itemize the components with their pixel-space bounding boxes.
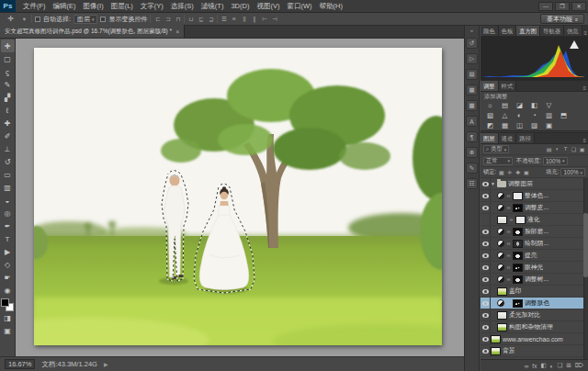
filter-icon-3[interactable]: ❏ (571, 146, 577, 152)
blend-mode-dropdown[interactable]: 正常 ▾ (483, 157, 513, 165)
layer-visibility-toggle[interactable] (481, 202, 491, 213)
link-layers-icon[interactable]: ∞ (525, 363, 529, 369)
gradient-tool[interactable]: ▥ (1, 181, 15, 194)
history-brush-tool[interactable]: ↺ (1, 155, 15, 168)
layer-visibility-toggle[interactable] (481, 345, 491, 356)
opacity-dropdown[interactable]: 100% ▾ (543, 157, 568, 165)
align-left-edges-icon[interactable]: ⊏ (153, 16, 162, 23)
layer-row[interactable]: ∞提亮 (481, 250, 588, 262)
new-group-icon[interactable]: ❏ (558, 362, 563, 369)
layer-thumbnail[interactable] (497, 287, 507, 296)
menu-item-6[interactable]: 滤镜(T) (198, 0, 228, 12)
filter-icon-0[interactable]: ▤ (546, 146, 552, 152)
marquee-tool[interactable]: ▢ (1, 52, 15, 65)
filter-icon-4[interactable]: ▣ (579, 146, 585, 152)
notes-panel-icon[interactable]: ✎ (466, 163, 478, 174)
color-lookup-adjustment-icon[interactable]: ⬒ (559, 111, 569, 119)
layer-row[interactable]: 背景 (481, 345, 588, 357)
curves-adjustment-icon[interactable]: ◪ (514, 101, 525, 109)
filter-icon-1[interactable]: ◐ (554, 146, 560, 152)
collapse-panels-icon[interactable]: « (470, 28, 473, 33)
close-button[interactable]: ✕ (571, 2, 586, 11)
layer-row[interactable]: ∞整体色... (481, 190, 588, 202)
crop-tool[interactable]: ▞ (1, 91, 15, 104)
layer-row[interactable]: ∞脸部磨... (481, 226, 588, 238)
menu-item-10[interactable]: 帮助(H) (316, 0, 346, 12)
align-centers-icon[interactable]: ⊒ (207, 16, 215, 23)
layer-thumbnail[interactable] (491, 335, 501, 343)
layer-row[interactable]: www.anwenchao.com (481, 333, 588, 345)
menu-item-2[interactable]: 图像(I) (80, 0, 107, 12)
exposure-adjustment-icon[interactable]: ◧ (529, 101, 539, 109)
gradient-map-adjustment-icon[interactable]: ▨ (529, 121, 539, 129)
layer-row[interactable]: ∞调整皮... (481, 202, 588, 214)
hue-saturation-adjustment-icon[interactable]: ▧ (485, 111, 495, 119)
panel-menu-icon[interactable]: ≡ (581, 138, 588, 143)
layers-scrollbar[interactable] (583, 178, 588, 359)
distribute-icon[interactable]: ⊣ (270, 16, 278, 23)
quick-selection-tool[interactable]: ✎ (1, 78, 15, 91)
eraser-tool[interactable]: ▭ (1, 168, 15, 181)
vibrance-adjustment-icon[interactable]: ▽ (544, 101, 554, 109)
tab-颜色[interactable]: 颜色 (481, 26, 499, 36)
layer-mask-thumbnail[interactable] (513, 240, 523, 248)
properties-panel-icon[interactable]: ▤ (466, 69, 478, 80)
threshold-adjustment-icon[interactable]: ◫ (514, 121, 525, 129)
menu-item-1[interactable]: 编辑(E) (50, 0, 80, 12)
tab-路径[interactable]: 路径 (516, 133, 535, 143)
menu-item-0[interactable]: 文件(F) (19, 0, 50, 12)
layer-row[interactable]: ∞液化 (481, 214, 588, 226)
healing-brush-tool[interactable]: ✚ (1, 117, 15, 129)
tab-直方图[interactable]: 直方图 (516, 26, 540, 36)
hand-tool[interactable]: ☛ (1, 271, 15, 284)
layer-mask-thumbnail[interactable] (513, 192, 523, 200)
layer-thumbnail[interactable] (497, 216, 507, 224)
lock-icon-3[interactable]: ▣ (523, 169, 529, 175)
delete-layer-icon[interactable]: ⌦ (575, 362, 583, 369)
layer-visibility-toggle[interactable] (481, 321, 491, 332)
layer-visibility-toggle[interactable] (481, 309, 491, 320)
layer-row[interactable]: ∞调整树... (481, 274, 588, 286)
lock-icon-2[interactable]: ✚ (514, 169, 521, 175)
clone-source-panel-icon[interactable]: ⊕ (466, 147, 478, 158)
document-tab[interactable]: 安文超写真修图培训作品.psd @ 16.7%(调整肤色, 图层蒙版/8) * … (0, 25, 185, 38)
brush-tool[interactable]: ✐ (1, 129, 15, 142)
layer-visibility-toggle[interactable] (481, 298, 491, 309)
layer-mask-thumbnail[interactable] (513, 264, 523, 272)
auto-select-checkbox[interactable] (35, 17, 40, 22)
character-panel-icon[interactable]: A (466, 116, 478, 127)
tool-preset-arrow-icon[interactable]: ▾ (20, 16, 28, 23)
pen-tool[interactable]: ✒ (1, 219, 15, 232)
channel-mixer-adjustment-icon[interactable]: ▥ (544, 111, 554, 119)
align-centers-icon[interactable]: ⊑ (197, 16, 205, 23)
layer-visibility-toggle[interactable] (481, 262, 491, 273)
layer-visibility-toggle[interactable] (481, 190, 491, 201)
paragraph-panel-icon[interactable]: ¶ (466, 131, 478, 142)
dodge-tool[interactable]: ◎ (1, 207, 15, 219)
layer-mask-thumbnail[interactable] (513, 228, 523, 236)
swatches-panel-icon[interactable]: ▩ (466, 100, 478, 111)
panel-menu-icon[interactable]: ≡ (582, 30, 588, 36)
auto-select-target-dropdown[interactable]: 图层 ▾ (74, 15, 98, 24)
layer-row[interactable]: 柔光加对比 (481, 309, 588, 321)
photo-filter-adjustment-icon[interactable]: ◔ (529, 111, 539, 119)
layer-row[interactable]: ∞绘制阴... (481, 238, 588, 250)
layer-visibility-toggle[interactable] (481, 238, 491, 249)
tab-图层[interactable]: 图层 (481, 133, 499, 143)
new-layer-icon[interactable]: ⊞ (566, 362, 571, 369)
zoom-level-field[interactable]: 16.67% (5, 359, 35, 369)
styles-panel-icon[interactable]: ▦ (466, 84, 478, 96)
layer-row[interactable]: ∞眼神光 (481, 262, 588, 274)
menu-item-3[interactable]: 图层(L) (107, 0, 137, 12)
status-options-arrow-icon[interactable]: ▶ (104, 361, 108, 367)
filter-kind-dropdown[interactable]: ⌕ 类型 ▾ (483, 145, 509, 153)
layer-mask-thumbnail[interactable] (513, 252, 523, 260)
minimize-button[interactable]: — (538, 2, 553, 11)
shape-tool[interactable]: ◇ (1, 258, 15, 271)
move-tool[interactable]: ✛ (1, 39, 15, 52)
brightness-contrast-adjustment-icon[interactable]: ☼ (485, 101, 495, 109)
quick-mask-button[interactable]: ◨ (1, 311, 15, 324)
layer-visibility-toggle[interactable] (481, 226, 491, 237)
layer-visibility-toggle[interactable] (481, 178, 491, 189)
canvas-pasteboard[interactable] (16, 39, 464, 356)
